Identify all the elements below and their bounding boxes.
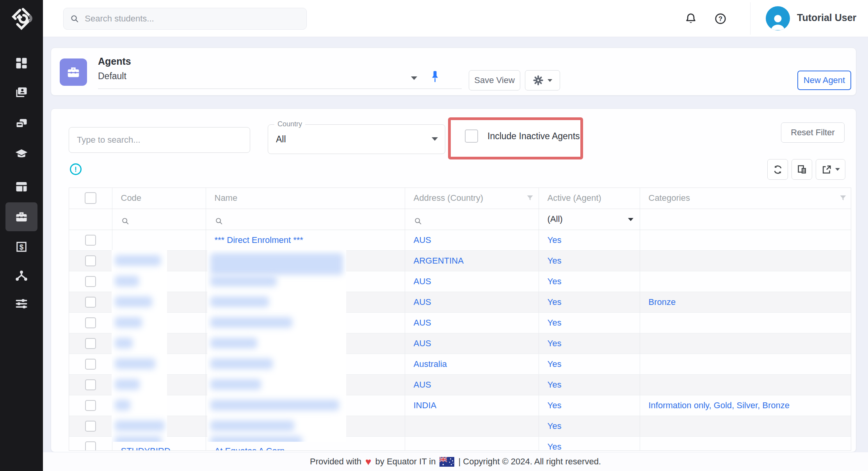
cell-active[interactable]: Yes	[539, 333, 640, 354]
cell-address[interactable]	[405, 416, 539, 436]
column-chooser-button[interactable]	[792, 159, 812, 180]
table-row[interactable]: STUDYBIRD At Equatas A Corp. Yes	[69, 436, 851, 451]
filter-cell-address[interactable]	[405, 209, 539, 230]
cell-address[interactable]: AUS	[405, 230, 539, 250]
app-logo[interactable]	[0, 0, 43, 37]
cell-active[interactable]: Yes	[539, 271, 640, 292]
cell-address[interactable]	[405, 436, 539, 451]
cell-address[interactable]: AUS	[405, 271, 539, 292]
cell-categories[interactable]: Information only, Gold, Silver, Bronze	[640, 395, 851, 416]
cell-categories[interactable]	[640, 416, 851, 436]
cell-categories[interactable]	[640, 230, 851, 250]
column-header-active[interactable]: Active (Agent)	[539, 188, 640, 209]
filter-cell-categories[interactable]	[640, 209, 851, 230]
help-button[interactable]: ?	[713, 11, 728, 27]
cell-address[interactable]: AUS	[405, 374, 539, 395]
filter-funnel-icon[interactable]	[839, 194, 847, 202]
row-checkbox[interactable]	[85, 297, 96, 308]
view-selector-caret-icon[interactable]	[411, 76, 417, 80]
cell-active[interactable]: Yes	[539, 436, 640, 451]
table-row[interactable]: *** Direct Enrolment *** AUS Yes	[69, 230, 851, 250]
sidebar-item-workflows[interactable]	[5, 261, 37, 290]
cell-address[interactable]: INDIA	[405, 395, 539, 416]
country-select[interactable]: Country All	[268, 124, 445, 154]
column-header-code[interactable]: Code	[112, 188, 206, 209]
reset-filter-button[interactable]: Reset Filter	[781, 122, 845, 143]
cell-active[interactable]: Yes	[539, 230, 640, 250]
filter-cell-code[interactable]	[112, 209, 206, 230]
cell-active[interactable]: Yes	[539, 292, 640, 312]
row-checkbox[interactable]	[85, 421, 96, 432]
row-checkbox[interactable]	[85, 338, 96, 349]
table-row[interactable]: AUS Yes	[69, 271, 851, 292]
table-row[interactable]: AUS Yes	[69, 333, 851, 354]
cell-active[interactable]: Yes	[539, 354, 640, 374]
sidebar-item-applications[interactable]	[5, 110, 37, 138]
grid-search-input[interactable]	[77, 135, 242, 145]
column-header-address[interactable]: Address (Country)	[405, 188, 539, 209]
global-search[interactable]	[63, 8, 307, 30]
pin-button[interactable]	[428, 69, 441, 86]
table-row[interactable]: INDIA Yes Information only, Gold, Silver…	[69, 395, 851, 416]
cell-categories[interactable]	[640, 250, 851, 271]
row-checkbox[interactable]	[85, 317, 96, 328]
row-checkbox[interactable]	[85, 276, 96, 287]
table-row[interactable]: AUS Yes	[69, 374, 851, 395]
row-checkbox[interactable]	[85, 359, 96, 370]
row-checkbox[interactable]	[85, 235, 96, 246]
sidebar-item-dashboard[interactable]	[5, 49, 37, 78]
export-button[interactable]	[816, 159, 845, 180]
row-checkbox[interactable]	[85, 255, 96, 266]
sidebar-item-agents[interactable]	[5, 202, 37, 231]
cell-address[interactable]: ARGENTINA	[405, 250, 539, 271]
cell-categories[interactable]: Bronze	[640, 292, 851, 312]
cell-active[interactable]: Yes	[539, 416, 640, 436]
table-row[interactable]: AUS Yes	[69, 312, 851, 333]
cell-address[interactable]: AUS	[405, 292, 539, 312]
cell-name[interactable]: *** Direct Enrolment ***	[206, 230, 405, 250]
cell-active[interactable]: Yes	[539, 312, 640, 333]
notifications-button[interactable]	[683, 11, 699, 27]
column-header-name[interactable]: Name	[206, 188, 405, 209]
settings-dropdown-button[interactable]	[525, 70, 560, 90]
sidebar-item-finance[interactable]: $	[5, 232, 37, 261]
table-row[interactable]: Yes	[69, 416, 851, 436]
cell-categories[interactable]	[640, 271, 851, 292]
table-row[interactable]: AUS Yes Bronze	[69, 292, 851, 312]
row-checkbox[interactable]	[85, 441, 96, 451]
filter-cell-active[interactable]: (All)	[539, 209, 640, 230]
sidebar-item-settings[interactable]	[5, 289, 37, 318]
row-checkbox[interactable]	[85, 400, 96, 411]
view-selector-value[interactable]: Default	[98, 71, 126, 81]
row-checkbox[interactable]	[85, 379, 96, 390]
sidebar-item-students[interactable]	[5, 78, 37, 107]
avatar[interactable]	[766, 6, 790, 30]
global-search-input[interactable]	[85, 14, 300, 24]
cell-active[interactable]: Yes	[539, 250, 640, 271]
table-row[interactable]: Australia Yes	[69, 354, 851, 374]
include-inactive-checkbox[interactable]	[465, 129, 478, 143]
cell-address[interactable]: AUS	[405, 333, 539, 354]
select-all-checkbox[interactable]	[85, 192, 96, 204]
cell-categories[interactable]	[640, 312, 851, 333]
table-row[interactable]: ARGENTINA Yes	[69, 250, 851, 271]
info-icon[interactable]	[70, 163, 82, 175]
include-inactive-label[interactable]: Include Inactive Agents	[487, 131, 580, 142]
save-view-button[interactable]: Save View	[469, 70, 520, 90]
grid-search-field[interactable]	[69, 127, 250, 153]
filter-cell-name[interactable]	[206, 209, 405, 230]
cell-categories[interactable]	[640, 436, 851, 451]
cell-address[interactable]: AUS	[405, 312, 539, 333]
sidebar-item-courses[interactable]	[5, 140, 37, 168]
cell-categories[interactable]	[640, 333, 851, 354]
cell-address[interactable]: Australia	[405, 354, 539, 374]
filter-funnel-icon[interactable]	[526, 194, 534, 202]
cell-categories[interactable]	[640, 354, 851, 374]
new-agent-button[interactable]: New Agent	[797, 71, 851, 90]
column-header-categories[interactable]: Categories	[640, 188, 851, 209]
cell-active[interactable]: Yes	[539, 374, 640, 395]
user-name[interactable]: Tutorial User	[797, 12, 856, 23]
cell-active[interactable]: Yes	[539, 395, 640, 416]
sidebar-item-reports[interactable]	[5, 172, 37, 201]
cell-categories[interactable]	[640, 374, 851, 395]
